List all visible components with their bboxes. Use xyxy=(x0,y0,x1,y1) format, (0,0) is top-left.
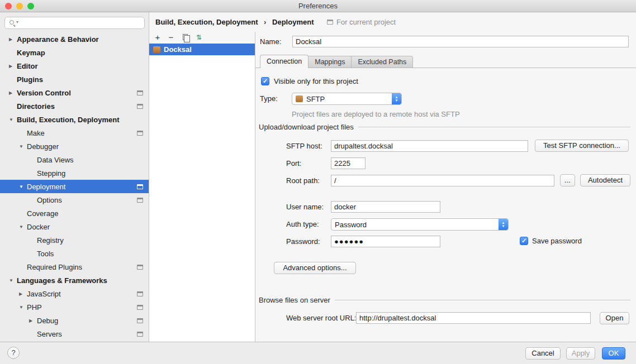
visible-project-checkbox[interactable]: ✓ xyxy=(261,77,269,85)
add-server-button[interactable]: + xyxy=(152,32,163,43)
sidebar-item-label: Languages & Frameworks xyxy=(17,276,107,285)
save-password-checkbox[interactable]: ✓ xyxy=(520,237,528,245)
sidebar-item-plugins[interactable]: Plugins xyxy=(0,73,149,86)
sidebar-item-label: Required Plugins xyxy=(27,263,82,271)
sidebar-item-label: Keymap xyxy=(17,49,45,57)
expand-arrow-icon[interactable]: ▼ xyxy=(19,144,27,149)
sidebar-item-data-views[interactable]: Data Views xyxy=(0,153,149,166)
sidebar-item-required-plugins[interactable]: Required Plugins xyxy=(0,260,149,274)
root-path-label: Root path: xyxy=(286,175,320,186)
breadcrumb: Build, Execution, Deployment › Deploymen… xyxy=(155,18,314,26)
web-root-input[interactable] xyxy=(356,312,591,324)
sidebar-item-languages-frameworks[interactable]: ▼Languages & Frameworks xyxy=(0,274,149,287)
type-dropdown[interactable]: SFTP ▲▼ xyxy=(292,93,402,105)
current-project-icon xyxy=(137,90,143,95)
sidebar-item-registry[interactable]: Registry xyxy=(0,233,149,247)
server-icon xyxy=(153,46,160,53)
expand-arrow-icon[interactable]: ▶ xyxy=(19,291,27,296)
port-label: Port: xyxy=(286,157,301,169)
expand-arrow-icon[interactable]: ▼ xyxy=(19,224,27,229)
tab-excluded-paths[interactable]: Excluded Paths xyxy=(352,56,413,68)
sidebar-item-label: JavaScript xyxy=(27,290,61,298)
sidebar-item-label: Directories xyxy=(17,102,55,111)
sidebar-item-appearance-behavior[interactable]: ▶Appearance & Behavior xyxy=(0,32,149,46)
sidebar-item-debugger[interactable]: ▼Debugger xyxy=(0,140,149,153)
expand-arrow-icon[interactable]: ▼ xyxy=(19,305,27,310)
dropdown-arrows-icon: ▲▼ xyxy=(392,93,401,104)
sidebar-item-options[interactable]: Options xyxy=(0,193,149,207)
breadcrumb-item-deployment[interactable]: Deployment xyxy=(272,18,314,26)
current-project-icon xyxy=(137,332,143,337)
expand-arrow-icon[interactable]: ▼ xyxy=(19,184,27,189)
sidebar-item-label: Deployment xyxy=(27,183,65,191)
browse-server-group: Browse files on server xyxy=(259,296,630,304)
user-name-input[interactable] xyxy=(331,201,440,213)
breadcrumb-item-build-execution-deployment[interactable]: Build, Execution, Deployment xyxy=(155,18,258,26)
root-path-input[interactable] xyxy=(331,175,554,186)
sidebar-item-deployment[interactable]: ▼Deployment xyxy=(0,180,149,193)
group-divider xyxy=(358,127,630,127)
sidebar-item-editor[interactable]: ▶Editor xyxy=(0,59,149,73)
cancel-button[interactable]: Cancel xyxy=(525,347,561,360)
sidebar-item-label: Editor xyxy=(17,62,38,70)
expand-arrow-icon[interactable]: ▶ xyxy=(29,318,37,323)
current-project-icon xyxy=(137,131,143,136)
name-input[interactable] xyxy=(292,36,629,47)
password-input[interactable] xyxy=(331,236,440,247)
sidebar-item-label: Servers xyxy=(37,330,62,338)
remove-server-button[interactable]: − xyxy=(165,32,177,43)
upload-files-group: Upload/download project files xyxy=(259,123,630,131)
sidebar-item-label: Appearance & Behavior xyxy=(17,35,99,44)
sidebar-item-label: Stepping xyxy=(37,169,65,178)
help-button[interactable]: ? xyxy=(7,347,20,359)
sidebar-item-label: Tools xyxy=(37,250,54,258)
test-sftp-connection-button[interactable]: Test SFTP connection... xyxy=(535,140,629,152)
header-strip: Build, Execution, Deployment › Deploymen… xyxy=(149,12,636,32)
sidebar-item-stepping[interactable]: Stepping xyxy=(0,166,149,180)
save-password-checkbox-label[interactable]: Save password xyxy=(532,237,582,246)
user-name-label: User name: xyxy=(286,201,324,213)
type-label: Type: xyxy=(260,93,278,104)
sftp-host-label: SFTP host: xyxy=(286,140,322,152)
server-list-item[interactable]: Docksal xyxy=(149,44,255,55)
tab-mappings[interactable]: Mappings xyxy=(308,56,352,68)
settings-search-input[interactable] xyxy=(4,17,145,29)
sidebar-item-servers[interactable]: Servers xyxy=(0,327,149,341)
tab-connection[interactable]: Connection xyxy=(260,55,308,68)
ok-button[interactable]: OK xyxy=(602,347,625,360)
port-input[interactable] xyxy=(331,157,366,169)
expand-arrow-icon[interactable]: ▶ xyxy=(9,64,17,69)
password-label: Password: xyxy=(286,236,320,247)
sftp-host-input[interactable] xyxy=(331,140,528,152)
auth-type-dropdown[interactable]: Password ▲▼ xyxy=(331,218,509,231)
sidebar-item-make[interactable]: Make xyxy=(0,126,149,140)
sidebar-item-debug[interactable]: ▶Debug xyxy=(0,314,149,327)
server-config-panel: Name: Connection Mappings Excluded Paths… xyxy=(255,32,636,342)
sidebar-item-keymap[interactable]: Keymap xyxy=(0,46,149,59)
sidebar-item-build-execution-deployment[interactable]: ▼Build, Execution, Deployment xyxy=(0,113,149,126)
visible-project-checkbox-label[interactable]: Visible only for this project xyxy=(274,77,358,86)
sidebar-item-tools[interactable]: Tools xyxy=(0,247,149,260)
sidebar-item-label: Coverage xyxy=(27,209,58,218)
breadcrumb-separator-icon: › xyxy=(264,18,266,26)
dropdown-arrows-icon: ▲▼ xyxy=(499,219,508,230)
reorder-servers-button[interactable]: ⇅ xyxy=(193,32,205,43)
current-project-icon xyxy=(137,104,143,109)
expand-arrow-icon[interactable]: ▶ xyxy=(9,90,17,95)
advanced-options-button[interactable]: Advanced options... xyxy=(274,262,356,274)
sidebar-item-directories[interactable]: Directories xyxy=(0,99,149,113)
apply-button[interactable]: Apply xyxy=(566,347,595,360)
sidebar-item-php[interactable]: ▼PHP xyxy=(0,300,149,314)
expand-arrow-icon[interactable]: ▼ xyxy=(9,278,17,283)
copy-server-button[interactable] xyxy=(179,32,191,43)
expand-arrow-icon[interactable]: ▶ xyxy=(9,37,17,42)
expand-arrow-icon[interactable]: ▼ xyxy=(9,117,17,122)
sidebar-item-docker[interactable]: ▼Docker xyxy=(0,220,149,233)
autodetect-button[interactable]: Autodetect xyxy=(580,174,630,186)
sidebar-item-javascript[interactable]: ▶JavaScript xyxy=(0,287,149,300)
open-button[interactable]: Open xyxy=(600,312,629,324)
current-project-icon xyxy=(137,198,143,203)
browse-root-path-button[interactable]: ... xyxy=(560,174,575,186)
sidebar-item-version-control[interactable]: ▶Version Control xyxy=(0,86,149,99)
sidebar-item-coverage[interactable]: Coverage xyxy=(0,207,149,220)
